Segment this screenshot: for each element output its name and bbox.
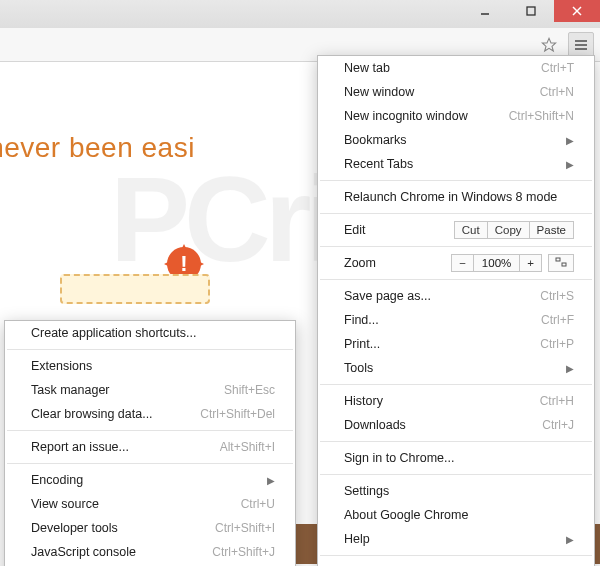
menu-item-shortcut: Ctrl+T [541,61,574,75]
menu-exit[interactable]: ExitCtrl+Shift+Q [318,560,594,566]
svg-marker-4 [542,38,555,51]
menu-item-label: New window [344,85,414,99]
menu-item-shortcut: Ctrl+Shift+J [212,545,275,559]
menu-item-label: Save page as... [344,289,431,303]
menu-new-incognito[interactable]: New incognito windowCtrl+Shift+N [318,104,594,128]
menu-edit-row: Edit Cut Copy Paste [318,218,594,242]
menu-separator [320,474,592,475]
menu-about[interactable]: About Google Chrome [318,503,594,527]
svg-text:!: ! [180,251,187,276]
menu-item-label: Relaunch Chrome in Windows 8 mode [344,190,557,204]
menu-new-window[interactable]: New windowCtrl+N [318,80,594,104]
menu-separator [7,430,293,431]
menu-item-label: History [344,394,383,408]
tools-task-manager[interactable]: Task managerShift+Esc [5,378,295,402]
zoom-out-button[interactable]: − [451,254,474,272]
submenu-arrow-icon: ▶ [267,475,275,486]
menu-separator [7,349,293,350]
menu-item-shortcut: Alt+Shift+I [220,440,275,454]
menu-item-label: Encoding [31,473,83,487]
window-minimize-button[interactable] [462,0,508,22]
menu-item-shortcut: Ctrl+Shift+N [509,109,574,123]
menu-item-label: Downloads [344,418,406,432]
menu-downloads[interactable]: DownloadsCtrl+J [318,413,594,437]
menu-item-label: Settings [344,484,389,498]
fullscreen-button[interactable] [548,254,574,272]
menu-separator [320,213,592,214]
menu-sign-in[interactable]: Sign in to Chrome... [318,446,594,470]
menu-item-shortcut: Ctrl+Shift+I [215,521,275,535]
tools-view-source[interactable]: View sourceCtrl+U [5,492,295,516]
menu-bookmarks[interactable]: Bookmarks▶ [318,128,594,152]
tools-clear-data[interactable]: Clear browsing data...Ctrl+Shift+Del [5,402,295,426]
menu-item-label: Task manager [31,383,110,397]
menu-hamburger-icon[interactable] [568,32,594,58]
menu-item-label: Sign in to Chrome... [344,451,454,465]
menu-relaunch[interactable]: Relaunch Chrome in Windows 8 mode [318,185,594,209]
menu-item-label: View source [31,497,99,511]
edit-copy-button[interactable]: Copy [488,221,530,239]
tools-extensions[interactable]: Extensions [5,354,295,378]
window-maximize-button[interactable] [508,0,554,22]
submenu-arrow-icon: ▶ [566,159,574,170]
page-card [60,274,210,304]
tools-js-console[interactable]: JavaScript consoleCtrl+Shift+J [5,540,295,564]
menu-item-label: Edit [344,223,366,237]
menu-item-shortcut: Ctrl+H [540,394,574,408]
menu-separator [320,180,592,181]
chrome-main-menu: New tabCtrl+T New windowCtrl+N New incog… [317,55,595,566]
menu-item-label: Find... [344,313,379,327]
menu-save-as[interactable]: Save page as...Ctrl+S [318,284,594,308]
menu-item-label: Report an issue... [31,440,129,454]
svg-rect-1 [527,7,535,15]
menu-tools[interactable]: Tools▶ [318,356,594,380]
menu-item-shortcut: Ctrl+S [540,289,574,303]
menu-item-label: Clear browsing data... [31,407,153,421]
menu-history[interactable]: HistoryCtrl+H [318,389,594,413]
menu-item-label: New incognito window [344,109,468,123]
menu-item-label: Create application shortcuts... [31,326,196,340]
svg-rect-10 [556,258,560,261]
menu-separator [320,246,592,247]
tools-submenu: Create application shortcuts... Extensio… [4,320,296,566]
menu-separator [320,441,592,442]
zoom-in-button[interactable]: + [519,254,542,272]
window-close-button[interactable] [554,0,600,22]
menu-new-tab[interactable]: New tabCtrl+T [318,56,594,80]
menu-item-label: Tools [344,361,373,375]
menu-separator [320,384,592,385]
submenu-arrow-icon: ▶ [566,363,574,374]
tools-encoding[interactable]: Encoding▶ [5,468,295,492]
menu-item-label: Help [344,532,370,546]
zoom-value: 100% [474,254,519,272]
menu-find[interactable]: Find...Ctrl+F [318,308,594,332]
menu-item-shortcut: Ctrl+U [241,497,275,511]
menu-separator [7,463,293,464]
edit-cut-button[interactable]: Cut [454,221,488,239]
submenu-arrow-icon: ▶ [566,135,574,146]
bookmark-star-icon[interactable] [536,32,562,58]
menu-separator [320,279,592,280]
tools-create-shortcuts[interactable]: Create application shortcuts... [5,321,295,345]
menu-zoom-row: Zoom − 100% + [318,251,594,275]
menu-item-shortcut: Ctrl+N [540,85,574,99]
tools-developer-tools[interactable]: Developer toolsCtrl+Shift+I [5,516,295,540]
menu-settings[interactable]: Settings [318,479,594,503]
menu-item-label: JavaScript console [31,545,136,559]
menu-help[interactable]: Help▶ [318,527,594,551]
menu-print[interactable]: Print...Ctrl+P [318,332,594,356]
menu-item-label: Bookmarks [344,133,407,147]
menu-item-label: Developer tools [31,521,118,535]
menu-item-label: New tab [344,61,390,75]
edit-paste-button[interactable]: Paste [530,221,574,239]
menu-separator [320,555,592,556]
tools-report-issue[interactable]: Report an issue...Alt+Shift+I [5,435,295,459]
menu-item-label: About Google Chrome [344,508,468,522]
svg-rect-11 [562,263,566,266]
menu-item-shortcut: Ctrl+J [542,418,574,432]
menu-recent-tabs[interactable]: Recent Tabs▶ [318,152,594,176]
submenu-arrow-icon: ▶ [566,534,574,545]
menu-item-label: Zoom [344,256,376,270]
menu-item-label: Recent Tabs [344,157,413,171]
menu-item-label: Print... [344,337,380,351]
